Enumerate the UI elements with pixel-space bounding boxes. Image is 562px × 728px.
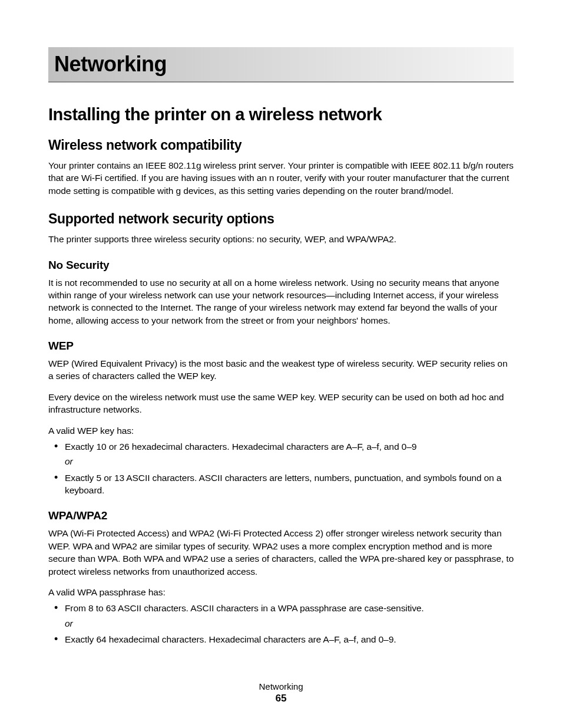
paragraph: It is not recommended to use no security…: [48, 276, 514, 327]
heading-wireless-compatibility: Wireless network compatibility: [48, 137, 514, 153]
paragraph: WEP (Wired Equivalent Privacy) is the mo…: [48, 357, 514, 383]
footer-page-number: 65: [0, 693, 562, 704]
block-wireless-compatibility: Wireless network compatibility Your prin…: [48, 137, 514, 197]
list-item-text: Exactly 10 or 26 hexadecimal characters.…: [65, 442, 416, 452]
list-item-text: From 8 to 63 ASCII characters. ASCII cha…: [65, 603, 424, 613]
list-item: Exactly 64 hexadecimal characters. Hexad…: [65, 633, 514, 645]
or-separator: or: [65, 455, 514, 467]
list-item: Exactly 5 or 13 ASCII characters. ASCII …: [65, 472, 514, 497]
list-item: Exactly 10 or 26 hexadecimal characters.…: [65, 440, 514, 468]
paragraph: Every device on the wireless network mus…: [48, 391, 514, 416]
paragraph: Your printer contains an IEEE 802.11g wi…: [48, 159, 514, 197]
paragraph: A valid WEP key has:: [48, 424, 514, 437]
list-item: From 8 to 63 ASCII characters. ASCII cha…: [65, 602, 514, 630]
paragraph: A valid WPA passphrase has:: [48, 586, 514, 598]
heading-no-security: No Security: [48, 259, 514, 272]
page-footer: Networking 65: [0, 681, 562, 704]
heading-wpa: WPA/WPA2: [48, 509, 514, 522]
chapter-title: Networking: [48, 47, 514, 83]
heading-security-options: Supported network security options: [48, 211, 514, 227]
heading-wep: WEP: [48, 340, 514, 353]
wep-key-list: Exactly 10 or 26 hexadecimal characters.…: [48, 440, 514, 497]
section-heading-installing: Installing the printer on a wireless net…: [48, 105, 514, 124]
block-security-options: Supported network security options The p…: [48, 211, 514, 645]
paragraph: The printer supports three wireless secu…: [48, 233, 514, 245]
or-separator: or: [65, 617, 514, 630]
wpa-passphrase-list: From 8 to 63 ASCII characters. ASCII cha…: [48, 602, 514, 645]
footer-section-name: Networking: [0, 681, 562, 691]
paragraph: WPA (Wi-Fi Protected Access) and WPA2 (W…: [48, 527, 514, 578]
